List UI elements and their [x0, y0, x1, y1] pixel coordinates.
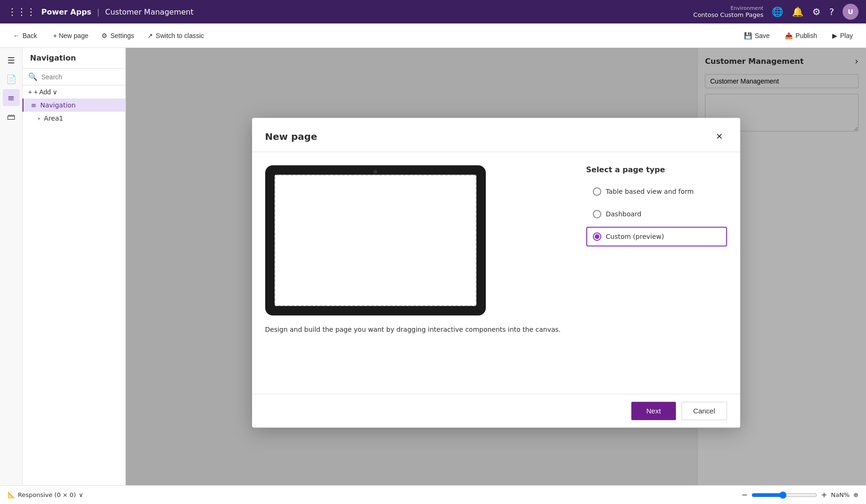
add-chevron-icon: ∨: [53, 88, 57, 96]
option-table-label: Table based view and form: [606, 188, 694, 195]
responsive-label: Responsive (0 × 0): [18, 491, 76, 498]
modal-body: Design and build the page you want by dr…: [252, 152, 740, 394]
status-bar: 📐 Responsive (0 × 0) ∨ − + NaN% ⊕: [0, 485, 866, 504]
play-icon: ▶: [832, 32, 837, 39]
project-name: Customer Management: [105, 8, 193, 16]
zoom-slider[interactable]: [751, 491, 817, 499]
modal-close-button[interactable]: ✕: [712, 129, 727, 144]
nav-item-area1[interactable]: › Area1: [23, 112, 125, 125]
search-input[interactable]: [41, 73, 120, 81]
search-icon: 🔍: [28, 72, 38, 81]
back-icon: ←: [13, 32, 20, 39]
modal-options-area: Select a page type Table based view and …: [586, 165, 727, 381]
switch-classic-button[interactable]: ↗ Switch to classic: [142, 29, 210, 42]
radio-custom-inner: [595, 234, 599, 239]
plus-icon[interactable]: +: [821, 490, 827, 499]
option-dashboard-label: Dashboard: [606, 210, 642, 218]
back-button[interactable]: ← Back: [8, 29, 43, 42]
add-button[interactable]: + + Add ∨: [23, 85, 125, 99]
next-button[interactable]: Next: [631, 402, 676, 420]
avatar[interactable]: U: [843, 4, 858, 20]
sidebar-icon-menu[interactable]: ☰: [3, 52, 20, 69]
tablet-screen: [275, 175, 476, 306]
app-name: Power Apps: [41, 8, 92, 16]
responsive-chevron[interactable]: ∨: [79, 491, 84, 498]
help-icon[interactable]: ?: [829, 6, 834, 17]
minus-icon[interactable]: −: [742, 490, 748, 499]
close-icon: ✕: [716, 131, 723, 142]
save-button[interactable]: 💾 Save: [738, 29, 775, 42]
nav-separator: |: [97, 8, 100, 16]
new-page-modal: New page ✕ Design and build the page you…: [252, 118, 740, 428]
bell-icon[interactable]: 🔔: [792, 6, 804, 17]
status-bar-zoom: − + NaN% ⊕: [742, 490, 859, 499]
environment-info: Environment Contoso Custom Pages: [693, 5, 763, 18]
top-navigation: ⋮⋮⋮ Power Apps | Customer Management Env…: [0, 0, 866, 23]
nav-item-area-icon: ›: [38, 115, 40, 122]
tablet-camera: [374, 170, 377, 174]
radio-dashboard-input: [593, 210, 601, 218]
grid-icon[interactable]: ⋮⋮⋮: [8, 6, 36, 17]
gear-icon[interactable]: ⚙: [812, 6, 820, 17]
option-dashboard[interactable]: Dashboard: [586, 204, 727, 224]
save-icon: 💾: [744, 32, 752, 39]
option-table[interactable]: Table based view and form: [586, 182, 727, 201]
environment-icon: 🌐: [772, 6, 783, 17]
add-icon: +: [28, 88, 32, 96]
search-container: 🔍: [23, 69, 125, 85]
responsive-icon: 📐: [8, 491, 15, 498]
radio-table-input: [593, 187, 601, 196]
status-bar-responsive: 📐 Responsive (0 × 0) ∨: [8, 491, 83, 498]
zoom-slider-container: [751, 491, 817, 499]
new-page-button[interactable]: + New page: [45, 29, 94, 42]
sidebar-icon-file[interactable]: 📄: [3, 70, 20, 87]
publish-button[interactable]: 📤 Publish: [777, 29, 825, 42]
tablet-preview: [265, 165, 486, 315]
publish-icon: 📤: [785, 32, 793, 39]
modal-title: New page: [265, 131, 317, 142]
switch-icon: ↗: [147, 32, 153, 39]
target-icon[interactable]: ⊕: [853, 491, 858, 498]
zoom-level: NaN%: [831, 491, 850, 498]
sidebar-icon-nav[interactable]: ≡: [3, 89, 20, 106]
radio-custom-input: [593, 232, 601, 241]
navigation-panel: Navigation 🔍 + + Add ∨ ≡ Navigation › Ar…: [23, 48, 126, 485]
nav-item-nav-icon: ≡: [31, 101, 37, 109]
page-type-label: Select a page type: [586, 165, 727, 174]
option-custom-label: Custom (preview): [606, 233, 664, 240]
modal-header: New page ✕: [252, 118, 740, 152]
nav-item-navigation[interactable]: ≡ Navigation: [23, 99, 125, 112]
play-button[interactable]: ▶ Play: [827, 29, 858, 42]
settings-icon: ⚙: [101, 32, 107, 39]
modal-footer: Next Cancel: [252, 394, 740, 428]
modal-illustration-area: Design and build the page you want by dr…: [265, 165, 567, 381]
option-custom[interactable]: Custom (preview): [586, 227, 727, 246]
main-toolbar: ← Back + New page ⚙ Settings ↗ Switch to…: [0, 23, 866, 48]
cancel-button[interactable]: Cancel: [682, 402, 727, 420]
nav-panel-title: Navigation: [30, 53, 76, 62]
modal-description: Design and build the page you want by dr…: [265, 325, 567, 335]
sidebar-icon-data[interactable]: 🗃: [3, 108, 20, 125]
settings-button[interactable]: ⚙ Settings: [96, 29, 140, 42]
